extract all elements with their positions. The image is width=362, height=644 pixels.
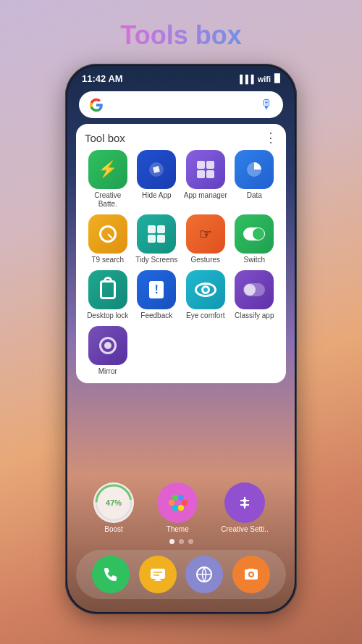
phone-device: 11:42 AM ▐▐▐ wifi ▉ 🎙 Tool box ⋮	[65, 64, 297, 614]
toolbox-header: Tool box ⋮	[85, 131, 277, 144]
app-item-feedback-icon[interactable]: ! Feedback	[134, 270, 180, 320]
app-grid: ⚡ Creative Batte. Hide App App manager D…	[85, 150, 277, 376]
google-search-bar[interactable]: 🎙	[79, 91, 283, 118]
t9-search-icon[interactable]	[88, 214, 127, 254]
status-bar: 11:42 AM ▐▐▐ wifi ▉	[67, 66, 295, 87]
switch-icon-label: Switch	[244, 256, 265, 264]
theme-label: Theme	[167, 525, 189, 533]
app-item-mirror-icon[interactable]: Mirror	[85, 326, 131, 376]
desktop-lock-icon[interactable]	[88, 270, 127, 309]
phone-screen: 11:42 AM ▐▐▐ wifi ▉ 🎙 Tool box ⋮	[67, 66, 295, 612]
bottom-app-theme-icon[interactable]: Theme	[157, 482, 198, 533]
classify-app-icon[interactable]	[235, 270, 274, 309]
creative-settings-icon-label: Creative Setti..	[221, 525, 269, 533]
svg-point-24	[250, 573, 253, 576]
svg-rect-17	[151, 569, 165, 579]
eye-comfort-icon-label: Eye comfort	[186, 311, 224, 320]
mirror-icon[interactable]	[88, 326, 127, 365]
app-item-t9-search-icon[interactable]: T9 search	[85, 214, 131, 264]
switch-icon[interactable]	[235, 214, 274, 254]
page-dot-2	[188, 539, 193, 544]
toolbox-title: Tool box	[85, 132, 125, 144]
google-logo	[89, 98, 104, 112]
eye-comfort-icon[interactable]	[186, 270, 225, 309]
data-icon-label: Data	[247, 191, 262, 200]
bottom-app-boost[interactable]: 47% Boost	[93, 482, 134, 533]
svg-point-16	[243, 503, 247, 507]
app-item-tidy-screens-icon[interactable]: Tidy Screens	[134, 214, 180, 264]
status-icons: ▐▐▐ wifi ▉	[237, 74, 280, 83]
app-item-battery-icon[interactable]: ⚡ Creative Batte.	[85, 150, 131, 209]
hide-app-icon[interactable]	[137, 150, 176, 189]
tidy-screens-icon[interactable]	[137, 214, 176, 254]
hide-app-icon-label: Hide App	[142, 191, 172, 200]
dock-area: 47% Boost Theme	[67, 383, 295, 612]
status-time: 11:42 AM	[82, 73, 123, 84]
battery-icon-label: Creative Batte.	[85, 191, 131, 209]
boost-icon[interactable]: 47%	[93, 482, 134, 523]
tidy-screens-icon-label: Tidy Screens	[135, 256, 177, 264]
desktop-lock-icon-label: Desktop lock	[87, 311, 128, 320]
svg-point-15	[243, 499, 247, 503]
boost-label: Boost	[104, 525, 123, 533]
app-manager-icon[interactable]	[186, 150, 225, 189]
app-item-classify-app-icon[interactable]: Classify app	[232, 270, 278, 320]
feedback-icon[interactable]: !	[137, 270, 176, 309]
gestures-icon[interactable]: ☞	[186, 214, 225, 254]
app-item-gestures-icon[interactable]: ☞ Gestures	[182, 214, 229, 264]
svg-point-6	[172, 495, 178, 501]
page-title: Tools box	[120, 20, 241, 51]
app-manager-icon-label: App manager	[184, 191, 227, 200]
signal-icon: ▐▐▐	[237, 75, 253, 83]
bottom-app-creative-settings-icon[interactable]: Creative Setti..	[221, 482, 269, 533]
nav-camera-icon[interactable]	[232, 556, 270, 593]
creative-settings-icon[interactable]	[224, 482, 265, 523]
app-item-switch-icon[interactable]: Switch	[232, 214, 278, 264]
t9-search-icon-label: T9 search	[92, 256, 124, 264]
classify-app-icon-label: Classify app	[235, 311, 274, 320]
svg-point-8	[182, 500, 188, 506]
bottom-apps: 47% Boost Theme	[67, 482, 295, 533]
app-item-app-manager-icon[interactable]: App manager	[182, 150, 229, 209]
mirror-icon-label: Mirror	[98, 367, 117, 376]
gestures-icon-label: Gestures	[190, 256, 220, 264]
svg-point-7	[178, 495, 184, 501]
battery-status-icon: ▉	[274, 74, 280, 83]
feedback-icon-label: Feedback	[140, 311, 172, 320]
nav-browser-icon[interactable]	[185, 556, 223, 593]
wifi-icon: wifi	[258, 75, 271, 83]
svg-point-9	[178, 505, 184, 511]
svg-rect-25	[248, 569, 254, 570]
mic-icon[interactable]: 🎙	[260, 97, 273, 112]
svg-point-10	[172, 505, 178, 511]
app-item-eye-comfort-icon[interactable]: Eye comfort	[182, 270, 229, 320]
page-dot-0	[169, 539, 174, 544]
nav-sms-icon[interactable]	[139, 556, 177, 593]
page-indicator	[67, 539, 295, 544]
boost-percent: 47%	[106, 498, 122, 507]
nav-dock	[76, 550, 286, 599]
data-icon[interactable]	[235, 150, 274, 189]
toolbox-card: Tool box ⋮ ⚡ Creative Batte. Hide App Ap…	[76, 124, 286, 383]
battery-icon[interactable]: ⚡	[88, 150, 127, 189]
page-dot-1	[179, 539, 184, 544]
app-item-data-icon[interactable]: Data	[232, 150, 278, 209]
app-item-hide-app-icon[interactable]: Hide App	[134, 150, 180, 209]
more-options-icon[interactable]: ⋮	[264, 131, 277, 144]
nav-phone-icon[interactable]	[92, 556, 130, 593]
theme-icon[interactable]	[157, 482, 198, 523]
app-item-desktop-lock-icon[interactable]: Desktop lock	[85, 270, 131, 320]
svg-point-5	[169, 500, 174, 506]
